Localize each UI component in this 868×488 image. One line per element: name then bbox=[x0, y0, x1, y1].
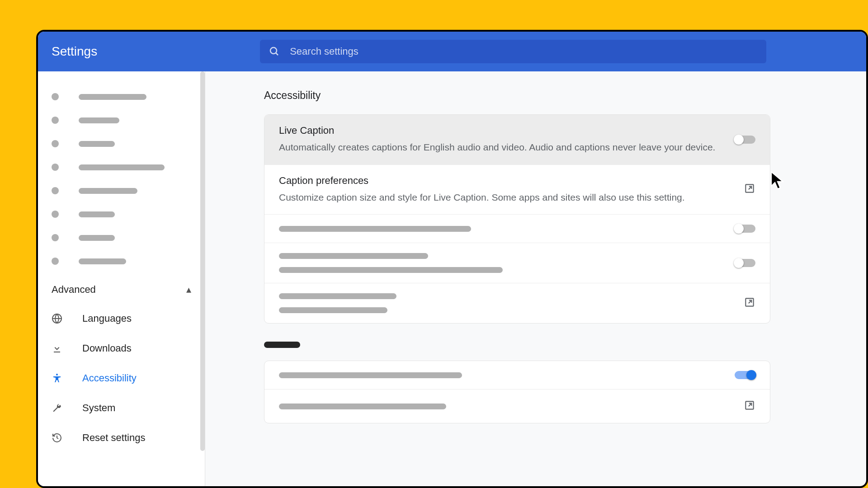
toggle[interactable] bbox=[735, 225, 755, 233]
sidebar-item-placeholder[interactable] bbox=[38, 249, 205, 273]
row-placeholder[interactable] bbox=[264, 243, 770, 283]
search-input[interactable] bbox=[290, 46, 757, 57]
search-bar[interactable] bbox=[260, 40, 766, 63]
sidebar-item-placeholder[interactable] bbox=[38, 226, 205, 249]
sidebar-item-label: Languages bbox=[82, 313, 132, 324]
row-placeholder[interactable] bbox=[264, 361, 770, 389]
search-icon bbox=[269, 46, 280, 57]
main-content: Accessibility Live Caption Automatically… bbox=[205, 71, 866, 486]
accessibility-icon bbox=[52, 373, 62, 384]
sidebar-item-label: Downloads bbox=[82, 343, 132, 354]
row-desc: Customize caption size and style for Liv… bbox=[279, 190, 726, 205]
section-title: Accessibility bbox=[264, 89, 839, 102]
external-link-icon bbox=[744, 399, 755, 413]
toggle[interactable] bbox=[735, 259, 755, 267]
sidebar-item-label: Reset settings bbox=[82, 432, 145, 444]
row-desc: Automatically creates captions for Engli… bbox=[279, 140, 717, 155]
sidebar-item-system[interactable]: System bbox=[38, 393, 205, 423]
svg-point-4 bbox=[56, 374, 58, 375]
accessibility-card: Live Caption Automatically creates capti… bbox=[264, 114, 770, 324]
sidebar-item-placeholder[interactable] bbox=[38, 202, 205, 226]
svg-point-0 bbox=[270, 47, 277, 54]
row-title: Live Caption bbox=[279, 125, 717, 136]
sidebar-advanced-label: Advanced bbox=[52, 284, 96, 296]
sidebar-item-placeholder[interactable] bbox=[38, 179, 205, 202]
sidebar: Advanced ▴ Languages Downloads bbox=[38, 71, 205, 486]
sidebar-item-placeholder[interactable] bbox=[38, 132, 205, 155]
row-placeholder[interactable] bbox=[264, 215, 770, 243]
globe-icon bbox=[52, 313, 62, 324]
sidebar-item-accessibility[interactable]: Accessibility bbox=[38, 363, 205, 393]
sidebar-item-placeholder[interactable] bbox=[38, 155, 205, 179]
topbar: Settings bbox=[38, 32, 866, 71]
row-caption-preferences[interactable]: Caption preferences Customize caption si… bbox=[264, 165, 770, 215]
sidebar-item-reset[interactable]: Reset settings bbox=[38, 423, 205, 453]
section-heading-placeholder bbox=[264, 342, 300, 348]
live-caption-toggle[interactable] bbox=[735, 136, 755, 144]
external-link-icon bbox=[744, 183, 755, 196]
page-title: Settings bbox=[52, 44, 97, 59]
settings-window: Settings Advanced ▴ bbox=[36, 30, 868, 488]
sidebar-item-label: System bbox=[82, 402, 115, 414]
sidebar-item-label: Accessibility bbox=[82, 372, 137, 384]
sidebar-item-placeholder[interactable] bbox=[38, 108, 205, 132]
wrench-icon bbox=[52, 403, 62, 413]
toggle[interactable] bbox=[735, 371, 755, 379]
sidebar-item-placeholder[interactable] bbox=[38, 85, 205, 108]
sidebar-item-languages[interactable]: Languages bbox=[38, 304, 205, 333]
download-icon bbox=[52, 343, 62, 354]
row-live-caption[interactable]: Live Caption Automatically creates capti… bbox=[264, 115, 770, 165]
row-placeholder[interactable] bbox=[264, 389, 770, 423]
history-icon bbox=[52, 432, 62, 443]
second-card bbox=[264, 361, 770, 423]
row-title: Caption preferences bbox=[279, 175, 726, 187]
external-link-icon bbox=[744, 296, 755, 310]
chevron-up-icon: ▴ bbox=[186, 284, 191, 296]
row-placeholder[interactable] bbox=[264, 283, 770, 323]
sidebar-scrollbar[interactable] bbox=[200, 71, 205, 451]
sidebar-advanced-toggle[interactable]: Advanced ▴ bbox=[38, 273, 205, 304]
svg-line-1 bbox=[276, 53, 278, 55]
sidebar-item-downloads[interactable]: Downloads bbox=[38, 333, 205, 363]
